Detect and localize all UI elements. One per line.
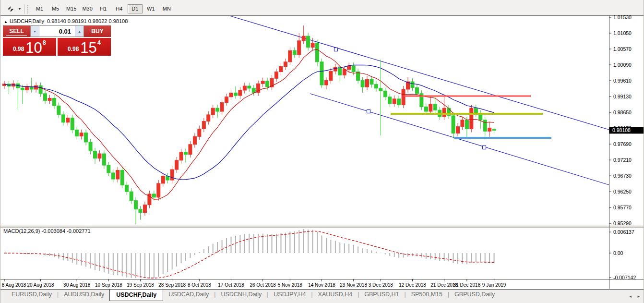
tab-usdchf-daily[interactable]: USDCHF,Daily [109,290,163,301]
candle-body [229,93,233,97]
candle-body [343,70,346,75]
price-tick-label: 1.00090 [613,62,632,68]
price-tick-label: 0.95290 [613,220,632,226]
toolbar-grip[interactable] [27,5,30,13]
price-tick-label: 0.97210 [613,157,632,163]
trendline-handle[interactable] [483,146,486,149]
candle-body [130,192,133,201]
time-tick-label: 14 Nov 2018 [308,282,335,288]
lot-size-control: ▼ ▲ [30,25,84,37]
candle-body [366,79,369,87]
timeframe-button-M30[interactable]: M30 [80,4,95,13]
candle-body [424,107,428,111]
candle-body [116,170,119,179]
sell-button[interactable]: SELL [3,25,30,37]
lot-size-input[interactable] [39,26,75,36]
dropdown-caret-icon[interactable]: ▾ [19,7,21,11]
tab-eurusd-daily[interactable]: EURUSD,Daily [6,290,57,300]
chart-tab-bar: EURUSD,Daily|AUDUSD,DailyUSDCHF,DailyUSD… [0,289,644,303]
timeframe-button-MN[interactable]: MN [159,4,174,13]
candle-body [474,108,477,113]
price-tick-label: 0.98650 [613,109,632,115]
candle-body [298,41,301,55]
price-tick-label: 0.96730 [613,173,632,179]
tab-gbpusd-daily[interactable]: GBPUSD,Daily [449,290,500,300]
candle-body [429,104,432,111]
candle-body [189,145,192,155]
candle-body [120,170,124,185]
time-tick-label: 5 Nov 2018 [278,282,303,288]
sell-price-point: 8 [43,39,46,46]
lot-decrease-button[interactable]: ▼ [31,26,39,36]
one-click-trade-panel: SELL ▼ ▲ BUY 0.98 10 8 0.98 15 4 [3,25,111,56]
candle-body [170,170,174,180]
tab-usdjpy-h4[interactable]: USDJPY,H4 [268,290,311,300]
chart-title: ▲USDCHF,Daily0.98140 0.98191 0.98022 0.9… [4,18,128,24]
tab-sp500-m15[interactable]: SP500,M15 [406,290,448,300]
buy-price-panel[interactable]: 0.98 15 4 [58,38,111,56]
candle-body [111,173,115,179]
candle-body [157,183,160,197]
candle-body [329,71,333,80]
timeframe-button-H4[interactable]: H4 [112,4,127,13]
candle-body [211,108,215,115]
timeframe-button-M1[interactable]: M1 [32,4,47,13]
candle-body [279,66,283,72]
tab-scroll-right-icon[interactable]: ▸ [637,294,640,299]
candle-body [139,209,142,213]
time-tick-label: 10 Sep 2018 [95,282,122,288]
candle-body [107,165,110,173]
candle-body [370,79,373,84]
price-tick-label: 0.96250 [613,189,632,194]
chart-canvas[interactable]: 1.015301.010501.005701.000900.996100.991… [0,15,644,289]
chart-profiles-button[interactable] [3,4,18,14]
candle-body [347,66,351,70]
time-tick-label: 9 Jan 2019 [482,282,506,288]
sell-price-prefix: 0.98 [13,46,24,52]
candle-body [89,142,92,151]
candle-body [125,185,129,192]
chart-ohlc-values: 0.98140 0.98191 0.98022 0.98108 [47,18,128,24]
tab-usdcad-daily[interactable]: USDCAD,Daily [163,290,214,300]
chart-expand-icon[interactable]: ▲ [4,20,8,24]
current-price-tag: 0.98108 [609,127,644,133]
price-tick-label: 1.00570 [613,46,632,52]
trendline-handle[interactable] [367,110,370,113]
macd-tick-label: 0.00 [613,250,623,256]
timeframe-button-H1[interactable]: H1 [96,4,111,13]
tab-usdcnh-daily[interactable]: USDCNH,Daily [215,290,267,300]
price-tick-label: 0.99130 [613,94,632,99]
candle-body [465,120,468,129]
lot-increase-button[interactable]: ▲ [75,26,83,36]
trading-terminal-window: ▾ M1M5M15M30H1H4D1W1MN 1.015301.010501.0… [0,0,644,303]
candle-body [25,87,29,90]
candle-body [152,194,155,197]
candle-body [320,62,323,85]
timeframe-button-D1[interactable]: D1 [128,4,143,13]
candle-body [492,129,496,130]
toolbar-separator [24,4,25,14]
chart-profiles-icon [6,6,15,12]
candle-body [143,205,146,213]
tab-scroll-left-icon[interactable]: ◂ [629,294,632,299]
candle-body [66,118,70,122]
buy-button[interactable]: BUY [84,25,111,37]
candle-body [288,50,292,61]
candle-body [470,108,473,129]
time-tick-label: 23 Nov 2018 [340,282,367,288]
tab-audusd-daily[interactable]: AUDUSD,Daily [59,290,109,300]
timeframe-button-M15[interactable]: M15 [64,4,79,13]
timeframe-button-M5[interactable]: M5 [48,4,63,13]
sell-price-pips: 10 [25,42,42,54]
tab-gbpusd-h1[interactable]: GBPUSD,H1 [359,290,404,300]
trendline-handle[interactable] [334,48,338,51]
candle-body [35,85,38,89]
sell-price-panel[interactable]: 0.98 10 8 [3,38,56,56]
candle-body [44,94,47,100]
candle-body [452,116,455,133]
macd-indicator-label: MACD(12,26,9) -0.003084 -0.002771 [3,228,91,234]
tab-xauusd-h4[interactable]: XAUUSD,H4 [313,290,358,300]
candle-body [84,133,88,142]
timeframe-button-W1[interactable]: W1 [143,4,158,13]
candle-body [284,62,287,67]
